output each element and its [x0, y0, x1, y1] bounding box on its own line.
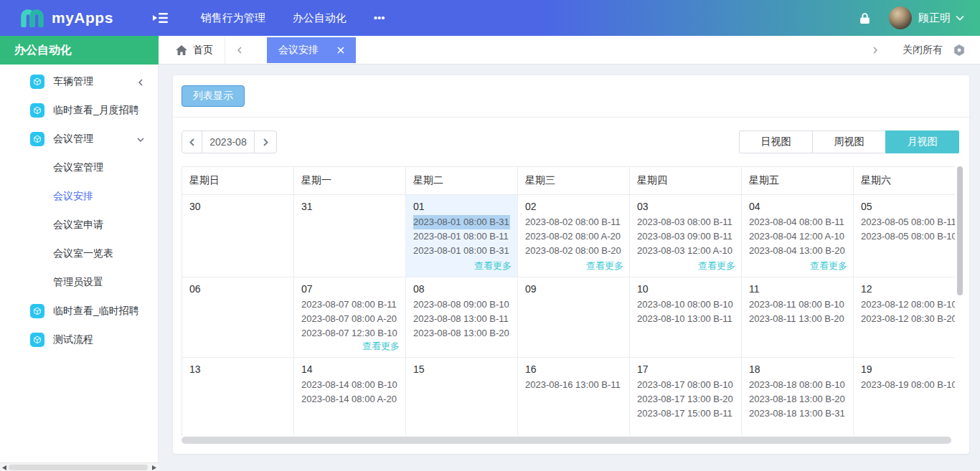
prev-month-button[interactable] — [182, 130, 202, 153]
view-more-link[interactable]: 查看更多 — [362, 340, 400, 353]
tab-meeting-schedule[interactable]: 会议安排 — [267, 37, 356, 63]
meeting-event[interactable]: 2023-08-18 13:00 B-31 — [749, 406, 846, 421]
meeting-event[interactable]: 2023-08-16 13:00 B-11 — [525, 378, 622, 392]
calendar-day-cell[interactable]: 042023-08-04 08:00 B-112023-08-04 12:00 … — [742, 195, 854, 277]
gear-icon[interactable] — [953, 44, 966, 57]
calendar-day-cell[interactable]: 022023-08-02 08:00 B-112023-08-02 08:00 … — [518, 195, 630, 277]
user-name[interactable]: 顾正明 — [918, 11, 951, 25]
scrollbar-thumb[interactable] — [9, 465, 148, 470]
calendar-day-cell[interactable]: 09 — [518, 277, 630, 358]
app-logo[interactable]: myApps — [20, 9, 113, 27]
sidebar-item[interactable]: 会议室管理 — [0, 153, 158, 182]
meeting-event[interactable]: 2023-08-04 12:00 A-10 — [749, 229, 846, 244]
meeting-event[interactable]: 2023-08-18 08:00 B-10 — [749, 378, 846, 392]
meeting-event[interactable]: 2023-08-17 15:00 B-11 — [637, 406, 734, 421]
calendar-day-cell[interactable]: 182023-08-18 08:00 B-102023-08-18 13:00 … — [742, 358, 854, 436]
view-button[interactable]: 月视图 — [885, 130, 959, 153]
meeting-event[interactable]: 2023-08-10 13:00 B-11 — [637, 312, 734, 326]
breadcrumb-home[interactable]: 首页 — [176, 44, 213, 57]
meeting-event[interactable]: 2023-08-14 08:00 B-10 — [301, 378, 398, 392]
meeting-event[interactable]: 2023-08-01 08:00 B-11 — [413, 229, 510, 244]
top-menu-item[interactable]: 办公自动化 — [293, 11, 347, 25]
meeting-event[interactable]: 2023-08-04 08:00 B-11 — [749, 215, 846, 229]
calendar-day-cell[interactable]: 032023-08-03 08:00 B-112023-08-03 09:00 … — [630, 195, 742, 277]
meeting-event[interactable]: 2023-08-04 13:00 B-20 — [749, 244, 846, 258]
meeting-event[interactable]: 2023-08-03 08:00 B-11 — [637, 215, 734, 229]
calendar-day-cell[interactable]: 31 — [294, 195, 406, 277]
lock-icon[interactable] — [859, 12, 870, 24]
calendar-day-cell[interactable]: 142023-08-14 08:00 B-102023-08-14 08:00 … — [294, 358, 406, 436]
sidebar-item[interactable]: 会议管理 — [0, 125, 158, 153]
sidebar-item[interactable]: 车辆管理 — [0, 67, 158, 96]
calendar-day-cell[interactable]: 112023-08-11 08:00 B-102023-08-11 13:00 … — [742, 277, 854, 358]
top-menu-item[interactable]: 销售行为管理 — [201, 11, 265, 25]
meeting-event[interactable]: 2023-08-03 12:00 A-10 — [637, 244, 734, 258]
meeting-event[interactable]: 2023-08-01 08:00 B-31 — [413, 244, 510, 258]
meeting-event[interactable]: 2023-08-11 13:00 B-20 — [749, 312, 846, 326]
meeting-event[interactable]: 2023-08-05 08:00 B-11 — [861, 215, 955, 229]
meeting-event[interactable]: 2023-08-07 08:00 B-11 — [301, 298, 398, 312]
view-button[interactable]: 日视图 — [739, 130, 813, 153]
meeting-event[interactable]: 2023-08-08 13:00 B-20 — [413, 326, 510, 341]
meeting-event[interactable]: 2023-08-02 08:00 B-20 — [525, 244, 622, 258]
sidebar-horizontal-scrollbar[interactable] — [0, 462, 159, 471]
tabs-scroll-right-icon[interactable] — [861, 46, 890, 54]
view-button[interactable]: 周视图 — [812, 130, 886, 153]
sidebar-item[interactable]: 临时查看_月度招聘 — [0, 96, 158, 125]
meeting-event[interactable]: 2023-08-07 12:30 B-10 — [301, 326, 398, 341]
meeting-event[interactable]: 2023-08-01 08:00 B-31 — [413, 215, 510, 229]
calendar-day-cell[interactable]: 172023-08-17 08:00 B-102023-08-17 13:00 … — [630, 358, 742, 436]
scrollbar-left-arrow-icon[interactable] — [1, 464, 8, 471]
list-view-button[interactable]: 列表显示 — [182, 85, 245, 107]
calendar-day-cell[interactable]: 052023-08-05 08:00 B-112023-08-05 08:00 … — [854, 195, 955, 277]
calendar-day-cell[interactable]: 13 — [182, 358, 294, 436]
calendar-day-cell[interactable]: 122023-08-12 08:00 B-102023-08-12 08:30 … — [854, 277, 955, 358]
calendar-day-cell[interactable]: 06 — [182, 277, 294, 358]
tab-close-icon[interactable] — [337, 47, 344, 54]
calendar-vertical-scrollbar-thumb[interactable] — [957, 166, 963, 295]
view-more-link[interactable]: 查看更多 — [810, 260, 847, 272]
meeting-event[interactable]: 2023-08-14 08:00 A-20 — [301, 392, 398, 406]
calendar-horizontal-scrollbar-thumb[interactable] — [182, 437, 951, 444]
meeting-event[interactable]: 2023-08-02 08:00 B-11 — [525, 215, 622, 229]
calendar-day-cell[interactable]: 192023-08-19 08:00 B-10 — [854, 358, 955, 436]
meeting-event[interactable]: 2023-08-07 08:00 A-20 — [301, 312, 398, 326]
meeting-event[interactable]: 2023-08-18 13:00 B-20 — [749, 392, 846, 406]
sidebar-item[interactable]: 管理员设置 — [0, 268, 158, 297]
meeting-event[interactable]: 2023-08-17 13:00 B-20 — [637, 392, 734, 406]
scrollbar-right-arrow-icon[interactable] — [151, 464, 158, 471]
sidebar-item[interactable]: 测试流程 — [0, 325, 158, 354]
meeting-event[interactable]: 2023-08-08 09:00 B-10 — [413, 298, 510, 312]
sidebar-item[interactable]: 会议安排 — [0, 182, 158, 211]
top-menu-item[interactable]: ••• — [374, 11, 385, 25]
sidebar-item[interactable]: 会议室一览表 — [0, 239, 158, 268]
next-month-button[interactable] — [254, 130, 277, 153]
sidebar-item[interactable]: 临时查看_临时招聘 — [0, 297, 158, 325]
calendar-day-cell[interactable]: 162023-08-16 13:00 B-11 — [518, 358, 630, 436]
calendar-day-cell[interactable]: 30 — [182, 195, 294, 277]
calendar-day-cell[interactable]: 102023-08-10 08:00 B-102023-08-10 13:00 … — [630, 277, 742, 358]
view-more-link[interactable]: 查看更多 — [474, 260, 512, 272]
meeting-event[interactable]: 2023-08-12 08:00 B-10 — [861, 298, 955, 312]
view-more-link[interactable]: 查看更多 — [586, 260, 623, 272]
user-chevron-down-icon[interactable] — [956, 15, 964, 21]
calendar-day-cell[interactable]: 15 — [406, 358, 518, 436]
calendar-day-cell[interactable]: 082023-08-08 09:00 B-102023-08-08 13:00 … — [406, 277, 518, 358]
sidebar-collapse-icon[interactable] — [152, 12, 168, 24]
meeting-event[interactable]: 2023-08-12 08:30 B-20 — [861, 312, 955, 326]
meeting-event[interactable]: 2023-08-02 08:00 A-20 — [525, 229, 622, 244]
meeting-event[interactable]: 2023-08-19 08:00 B-10 — [861, 378, 955, 392]
user-avatar[interactable] — [889, 6, 912, 29]
calendar-day-cell[interactable]: 012023-08-01 08:00 B-312023-08-01 08:00 … — [406, 195, 518, 277]
view-more-link[interactable]: 查看更多 — [698, 260, 735, 272]
close-all-tabs[interactable]: 关闭所有 — [903, 44, 943, 57]
tabs-scroll-left-icon[interactable] — [225, 46, 254, 54]
meeting-event[interactable]: 2023-08-03 09:00 B-11 — [637, 229, 734, 244]
meeting-event[interactable]: 2023-08-17 08:00 B-10 — [637, 378, 734, 392]
meeting-event[interactable]: 2023-08-08 13:00 B-11 — [413, 312, 510, 326]
sidebar-item[interactable]: 会议室申请 — [0, 211, 158, 239]
meeting-event[interactable]: 2023-08-11 08:00 B-10 — [749, 298, 846, 312]
meeting-event[interactable]: 2023-08-05 08:00 B-10 — [861, 229, 955, 244]
meeting-event[interactable]: 2023-08-10 08:00 B-10 — [637, 298, 734, 312]
calendar-day-cell[interactable]: 072023-08-07 08:00 B-112023-08-07 08:00 … — [294, 277, 406, 358]
